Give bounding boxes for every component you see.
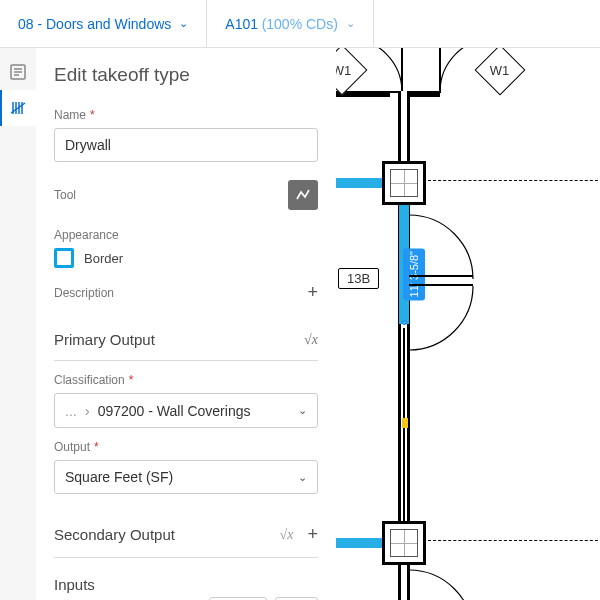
room-tag: 13B	[338, 268, 379, 289]
formula-icon[interactable]: √x	[304, 332, 318, 348]
main: Edit takeoff type Name* Tool Appearance …	[0, 48, 600, 600]
sheet-label: A101	[225, 16, 258, 32]
inputs-header: Inputs	[54, 564, 318, 597]
classification-select[interactable]: ... › 097200 - Wall Coverings ⌄	[54, 393, 318, 428]
tool-polyline-button[interactable]	[288, 180, 318, 210]
package-label: 08 - Doors and Windows	[18, 16, 171, 32]
edit-panel: Edit takeoff type Name* Tool Appearance …	[36, 48, 336, 600]
add-description-button[interactable]: +	[307, 282, 318, 303]
formula-icon: √x	[280, 527, 294, 543]
description-label: Description	[54, 286, 114, 300]
drawing-viewer[interactable]: W1 W1 13B 11' 3-5/8"	[336, 48, 600, 600]
chevron-down-icon: ⌄	[179, 17, 188, 30]
rail-form-icon[interactable]	[0, 54, 36, 90]
border-swatch[interactable]	[54, 248, 74, 268]
chevron-down-icon: ⌄	[298, 404, 307, 417]
chevron-down-icon: ⌄	[298, 471, 307, 484]
package-dropdown[interactable]: 08 - Doors and Windows ⌄	[0, 0, 207, 47]
chevron-right-icon: ›	[85, 402, 90, 419]
junction-symbol	[382, 521, 426, 565]
border-label: Border	[84, 251, 123, 266]
output-select[interactable]: Square Feet (SF) ⌄	[54, 460, 318, 494]
secondary-output-header: Secondary Output √x +	[54, 512, 318, 558]
top-bar: 08 - Doors and Windows ⌄ A101 (100% CDs)…	[0, 0, 600, 48]
output-label: Output*	[54, 440, 318, 454]
classification-label: Classification*	[54, 373, 318, 387]
appearance-label: Appearance	[54, 228, 318, 242]
name-label: Name*	[54, 108, 318, 122]
junction-symbol	[382, 161, 426, 205]
chevron-down-icon: ⌄	[346, 17, 355, 30]
add-secondary-output-button[interactable]: +	[307, 524, 318, 545]
primary-output-header: Primary Output √x	[54, 319, 318, 361]
sheet-suffix: (100% CDs)	[262, 16, 338, 32]
left-rail	[0, 48, 36, 600]
sheet-dropdown[interactable]: A101 (100% CDs) ⌄	[207, 0, 374, 47]
rail-tally-icon[interactable]	[0, 90, 36, 126]
name-input[interactable]	[54, 128, 318, 162]
tool-label: Tool	[54, 188, 76, 202]
panel-title: Edit takeoff type	[54, 48, 318, 108]
